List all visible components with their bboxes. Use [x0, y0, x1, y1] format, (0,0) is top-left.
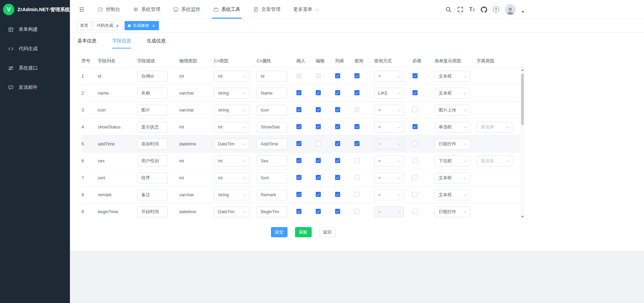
tab-field-info[interactable]: 字段信息 [112, 38, 131, 48]
field-desc-input[interactable] [137, 88, 168, 99]
tag-home[interactable]: 首页 [77, 21, 92, 30]
required-checkbox[interactable] [412, 124, 418, 129]
display-type-select[interactable]: 下拉框 [435, 156, 470, 166]
required-checkbox[interactable] [412, 73, 418, 78]
nav-item-article-management[interactable]: 文章管理 [253, 0, 280, 19]
list-checkbox[interactable] [335, 175, 340, 180]
edit-checkbox[interactable] [316, 90, 321, 95]
list-checkbox[interactable] [335, 192, 340, 197]
field-desc-input[interactable] [137, 156, 168, 166]
display-type-select[interactable]: 文本框 [435, 88, 470, 99]
query-mode-select[interactable]: = [374, 189, 404, 200]
scroll-up-icon[interactable] [521, 69, 524, 71]
fullscreen-icon[interactable] [457, 6, 463, 13]
list-checkbox[interactable] [335, 158, 340, 163]
required-checkbox[interactable] [412, 141, 418, 146]
query-checkbox[interactable] [354, 175, 360, 180]
font-size-icon[interactable] [469, 7, 475, 12]
query-checkbox[interactable] [354, 73, 360, 78]
dict-type-select[interactable]: 请选择 [477, 122, 512, 133]
required-checkbox[interactable] [412, 107, 418, 112]
insert-checkbox[interactable] [296, 107, 301, 112]
edit-checkbox[interactable] [316, 209, 321, 214]
cs-prop-input[interactable] [257, 71, 287, 82]
tab-generate-info[interactable]: 生成信息 [147, 38, 166, 48]
search-icon[interactable] [445, 6, 452, 13]
field-desc-input[interactable] [137, 105, 168, 116]
query-checkbox[interactable] [354, 209, 360, 214]
query-mode-select[interactable]: = [374, 105, 404, 116]
query-checkbox[interactable] [354, 90, 360, 95]
tag-code-generation[interactable]: 代码生成 [93, 21, 123, 30]
insert-checkbox[interactable] [296, 90, 301, 95]
display-type-select[interactable]: 日期控件 [435, 139, 470, 149]
nav-item-system-monitor[interactable]: 系统监控 [173, 0, 200, 19]
sidebar-item-send-mail[interactable]: 发送邮件 [0, 78, 70, 97]
list-checkbox[interactable] [335, 124, 340, 129]
cs-prop-input[interactable] [257, 139, 287, 149]
close-icon[interactable] [115, 23, 119, 28]
required-checkbox[interactable] [412, 158, 418, 163]
insert-checkbox[interactable] [296, 141, 301, 146]
display-type-select[interactable]: 图片上传 [435, 105, 470, 116]
query-mode-select[interactable]: = [374, 71, 404, 82]
insert-checkbox[interactable] [296, 175, 301, 180]
required-checkbox[interactable] [412, 175, 418, 180]
help-icon[interactable] [493, 6, 499, 13]
field-desc-input[interactable] [137, 173, 168, 183]
display-type-select[interactable]: 文本框 [435, 189, 470, 200]
dict-type-select[interactable]: 请选择 [477, 156, 512, 166]
cs-type-select[interactable]: DateTim [214, 206, 250, 217]
insert-checkbox[interactable] [296, 158, 301, 163]
cs-type-select[interactable]: int [214, 71, 250, 82]
query-checkbox[interactable] [354, 124, 360, 129]
cs-type-select[interactable]: DateTim [214, 139, 250, 149]
nav-item-system-management[interactable]: 系统管理 [133, 0, 160, 19]
field-desc-input[interactable] [137, 139, 168, 149]
list-checkbox[interactable] [335, 141, 340, 146]
tag-generate-edit[interactable]: 生成修改 [125, 21, 159, 30]
sidebar-item-code-generation[interactable]: 代码生成 [0, 39, 70, 58]
insert-checkbox[interactable] [296, 124, 301, 129]
cs-type-select[interactable]: string [214, 189, 250, 200]
cs-type-select[interactable]: int [214, 122, 250, 133]
field-desc-input[interactable] [137, 122, 168, 133]
tab-basic-info[interactable]: 基本信息 [77, 38, 96, 48]
query-checkbox[interactable] [354, 192, 360, 197]
avatar[interactable] [505, 4, 516, 15]
insert-checkbox[interactable] [296, 209, 301, 214]
query-checkbox[interactable] [354, 158, 360, 163]
edit-checkbox[interactable] [316, 124, 321, 129]
field-desc-input[interactable] [137, 71, 168, 82]
back-button[interactable]: 返回 [319, 227, 336, 237]
display-type-select[interactable]: 文本框 [435, 173, 470, 183]
cs-type-select[interactable]: string [214, 88, 250, 99]
edit-checkbox[interactable] [316, 158, 321, 163]
scroll-down-icon[interactable] [521, 216, 524, 218]
cs-prop-input[interactable] [257, 189, 287, 200]
refresh-button[interactable]: 刷新 [295, 227, 312, 237]
nav-item-more-menu[interactable]: 更多菜单 [293, 0, 319, 19]
edit-checkbox[interactable] [316, 107, 321, 112]
edit-checkbox[interactable] [316, 175, 321, 180]
query-mode-select[interactable]: = [374, 122, 404, 133]
close-icon[interactable] [151, 23, 155, 28]
required-checkbox[interactable] [412, 192, 418, 197]
query-checkbox[interactable] [354, 141, 360, 146]
field-desc-input[interactable] [137, 206, 168, 217]
sidebar-item-form-builder[interactable]: 表单构建 [0, 20, 70, 39]
list-checkbox[interactable] [335, 209, 340, 214]
cs-prop-input[interactable] [257, 173, 287, 183]
cs-type-select[interactable]: int [214, 173, 250, 183]
table-scrollbar[interactable] [520, 68, 525, 219]
cs-prop-input[interactable] [257, 105, 287, 116]
sidebar-item-system-api[interactable]: 系统接口 [0, 58, 70, 78]
display-type-select[interactable]: 日期控件 [435, 206, 470, 217]
scrollbar-thumb[interactable] [521, 74, 524, 125]
display-type-select[interactable]: 单选框 [435, 122, 470, 133]
cs-prop-input[interactable] [257, 122, 287, 133]
display-type-select[interactable]: 文本框 [435, 71, 470, 82]
insert-checkbox[interactable] [296, 192, 301, 197]
nav-item-system-tools[interactable]: 系统工具 [213, 0, 240, 19]
edit-checkbox[interactable] [316, 141, 321, 146]
